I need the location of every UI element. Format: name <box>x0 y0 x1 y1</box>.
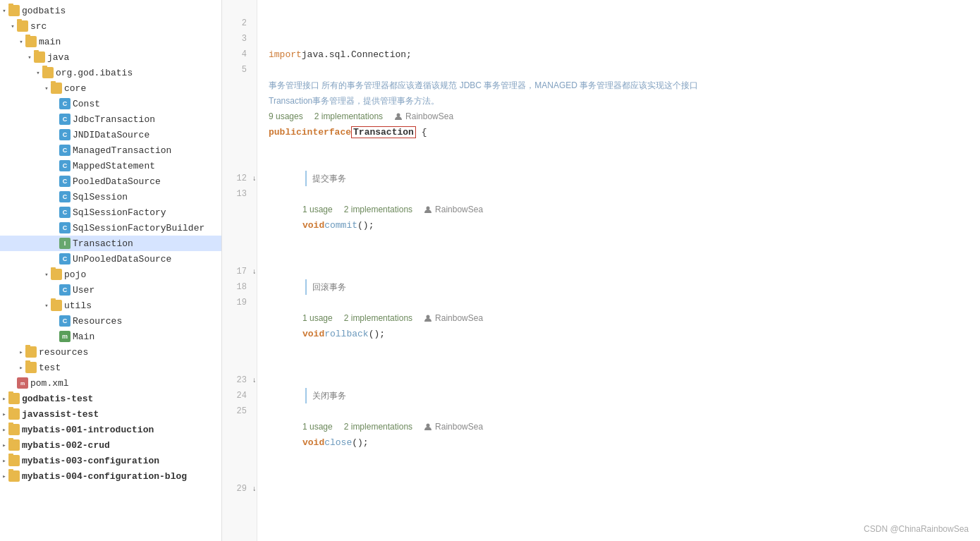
close-author-label: RainbowSea <box>424 422 483 432</box>
code-line-blank-c <box>269 264 980 279</box>
commit-usages-count[interactable]: 1 usage <box>302 205 333 214</box>
code-line-23: void rollback (); <box>269 326 980 341</box>
sidebar-item-JdbcTransaction[interactable]: C JdbcTransaction <box>0 111 221 127</box>
folder-icon <box>8 455 20 466</box>
sidebar-item-mybatis-004[interactable]: mybatis-004-configuration-blog <box>0 468 221 484</box>
sidebar-item-Const[interactable]: C Const <box>0 96 221 111</box>
sidebar-item-java[interactable]: java <box>0 49 221 65</box>
sidebar-item-label: src <box>30 21 47 32</box>
sidebar-item-org-god-ibatis[interactable]: org.god.ibatis <box>0 65 221 80</box>
expand-arrow <box>0 457 8 465</box>
header-comment: 事务管理接口 所有的事务管理器都应该遵循该规范 JDBC 事务管理器，MANAG… <box>269 80 698 92</box>
sidebar-item-label: SqlSessionFactory <box>73 207 166 218</box>
sidebar-item-pom-xml[interactable]: m pom.xml <box>0 375 221 391</box>
folder-icon <box>8 424 20 435</box>
sidebar-item-label: pojo <box>64 269 86 280</box>
sidebar-item-SqlSession[interactable]: C SqlSession <box>0 189 221 205</box>
sidebar-item-mybatis-002[interactable]: mybatis-002-crud <box>0 437 221 453</box>
usages-count[interactable]: 9 usages <box>269 111 303 121</box>
commit-comment-text: 提交事务 <box>305 171 346 186</box>
sidebar-item-label: Resources <box>73 316 122 327</box>
svg-point-1 <box>427 207 430 210</box>
sidebar-item-label: pom.xml <box>30 378 69 389</box>
keyword-public: public <box>269 127 302 138</box>
sidebar-item-core[interactable]: core <box>0 80 221 96</box>
class-name-transaction: Transaction <box>351 126 416 138</box>
code-line-29: void close (); <box>269 434 980 450</box>
impl-count[interactable]: 2 implementations <box>314 111 383 121</box>
class-icon: C <box>59 284 71 296</box>
sidebar-item-label: Main <box>73 332 94 342</box>
sidebar-item-label: test <box>39 363 61 373</box>
sidebar-item-mybatis-001[interactable]: mybatis-001-introduction <box>0 422 221 437</box>
code-line-blank-e <box>269 372 980 388</box>
line-num-blank16 <box>222 434 251 450</box>
sidebar-item-SqlSessionFactoryBuilder[interactable]: C SqlSessionFactoryBuilder <box>0 220 221 236</box>
sidebar-item-MappedStatement[interactable]: C MappedStatement <box>0 158 221 174</box>
sidebar-item-label: JdbcTransaction <box>73 114 155 125</box>
code-line-12: public interface Transaction { <box>269 124 980 140</box>
sidebar-item-label: mybatis-003-configuration <box>22 456 159 466</box>
sidebar-item-ManagedTransaction[interactable]: C ManagedTransaction <box>0 142 221 158</box>
line-num-blank3 <box>222 109 251 124</box>
line-num-19: 19 <box>222 295 251 310</box>
line-num-13: 13 <box>222 186 251 202</box>
expand-arrow <box>42 85 51 92</box>
close-usages-count[interactable]: 1 usage <box>302 422 333 432</box>
sidebar-item-godbatis[interactable]: godbatis <box>0 3 221 18</box>
code-line-2 <box>269 16 980 31</box>
close-impl-count[interactable]: 2 implementations <box>344 422 412 432</box>
line-num-17: 17 ↓ <box>222 264 251 279</box>
method-commit: commit <box>324 220 357 231</box>
sidebar-item-javassist-test[interactable]: javassist-test <box>0 406 221 422</box>
sidebar-item-label: PooledDataSource <box>73 176 161 187</box>
line-num-24: 24 <box>222 388 251 403</box>
sidebar-item-SqlSessionFactory[interactable]: C SqlSessionFactory <box>0 205 221 220</box>
line-num-blank17 <box>222 450 251 466</box>
class-icon: C <box>59 253 71 265</box>
sidebar-item-Main[interactable]: m Main <box>0 329 221 344</box>
code-line-blank-a <box>269 155 980 171</box>
line-num-5: 5 <box>222 62 251 78</box>
sidebar-item-User[interactable]: C User <box>0 282 221 298</box>
sidebar-item-godbatis-test[interactable]: godbatis-test <box>0 391 221 406</box>
line-num-blank8 <box>222 217 251 233</box>
line-num-23: 23 ↓ <box>222 372 251 388</box>
code-line-rollback-comment: 回滚事务 <box>269 279 980 295</box>
sidebar-item-src[interactable]: src <box>0 18 221 34</box>
sidebar-item-Resources[interactable]: C Resources <box>0 313 221 329</box>
sidebar-item-test[interactable]: test <box>0 360 221 375</box>
commit-impl-count[interactable]: 2 implementations <box>344 205 412 214</box>
line-number-gutter: 1 2 3 4 5 12 ↓ 13 17 ↓ 18 19 23 ↓ 24 25 <box>222 0 257 541</box>
close-comment-text: 关闭事务 <box>305 388 346 403</box>
sidebar-item-resources[interactable]: resources <box>0 344 221 360</box>
code-line-24 <box>269 341 980 357</box>
line-num-blank9 <box>222 233 251 248</box>
sidebar-item-utils[interactable]: utils <box>0 298 221 313</box>
line-num-12: 12 ↓ <box>222 171 251 186</box>
line-num-1: 1 <box>222 0 251 16</box>
header-comment2: Transaction事务管理器，提供管理事务方法。 <box>269 95 439 107</box>
line-num-blank15 <box>222 419 251 434</box>
sidebar-item-PooledDataSource[interactable]: C PooledDataSource <box>0 174 221 189</box>
code-line-rollback-usages: 1 usage 2 implementations RainbowSea <box>269 310 980 326</box>
sidebar-item-Transaction[interactable]: I Transaction <box>0 236 221 251</box>
svg-point-3 <box>427 424 430 427</box>
sidebar-item-label: JNDIDataSource <box>73 130 149 140</box>
folder-icon <box>51 83 62 94</box>
sidebar-item-pojo[interactable]: pojo <box>0 267 221 282</box>
sidebar-item-label: org.god.ibatis <box>56 68 133 78</box>
expand-arrow <box>42 302 51 310</box>
svg-point-0 <box>397 114 400 117</box>
code-line-13 <box>269 140 980 155</box>
code-editor: 1 2 3 4 5 12 ↓ 13 17 ↓ 18 19 23 ↓ 24 25 <box>222 0 980 541</box>
line-num-blank7 <box>222 202 251 217</box>
sidebar-item-mybatis-003[interactable]: mybatis-003-configuration <box>0 453 221 468</box>
brace-open: { <box>416 127 427 138</box>
sidebar-item-JNDIDataSource[interactable]: C JNDIDataSource <box>0 127 221 142</box>
rollback-usages-count[interactable]: 1 usage <box>302 313 333 323</box>
rollback-impl-count[interactable]: 2 implementations <box>344 313 412 323</box>
sidebar-item-main[interactable]: main <box>0 34 221 49</box>
sidebar-item-UnPooledDataSource[interactable]: C UnPooledDataSource <box>0 251 221 267</box>
commit-author-name: RainbowSea <box>435 205 483 214</box>
